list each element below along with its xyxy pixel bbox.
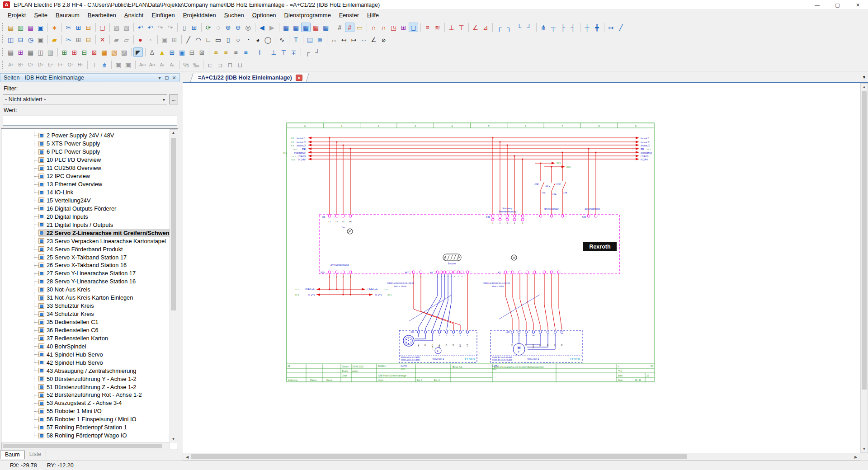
dim-angle-icon[interactable]: ∠ <box>369 35 378 44</box>
tree-item-page[interactable]: 20 Digital Inputs <box>2 212 170 221</box>
tree-item-page[interactable]: 51 Bürstenzuführung Z - Achse 1-2 <box>2 383 170 391</box>
tree-item-page[interactable]: 30 Not-Aus Kreis <box>2 286 170 294</box>
text-icon[interactable]: T <box>291 35 301 44</box>
node-full-icon[interactable]: ╋ <box>592 23 602 32</box>
structure-icon[interactable]: I <box>255 47 264 57</box>
tree-item-page[interactable]: 28 Servo Y-Linearachse Station 16 <box>2 277 170 286</box>
tree-item-page[interactable]: 34 Schutztür Kreis <box>2 310 170 318</box>
select-frame-icon[interactable]: ▢ <box>98 23 107 32</box>
tree-item-page[interactable]: 25 Servo X-Takband Station 17 <box>2 253 170 261</box>
dim-right-icon[interactable]: ↦ <box>349 35 359 44</box>
zoom-window-icon[interactable]: ◌ <box>213 23 223 32</box>
table-x-icon[interactable]: ⊠ <box>90 47 99 57</box>
draw-pen-icon[interactable]: ╱ <box>616 23 626 32</box>
eraser-2-icon[interactable]: ▱ <box>122 35 131 44</box>
tree-item-page[interactable]: 58 Rohling Fördertopf Wago IO <box>2 432 170 440</box>
menu-item-dienstprogramme[interactable]: Dienstprogramme <box>280 11 335 19</box>
spline-icon[interactable]: ∿ <box>277 35 287 44</box>
delete-icon[interactable]: ✕ <box>98 35 107 44</box>
canvas-vertical-scrollbar[interactable]: ▲ ▼ <box>860 83 868 453</box>
measure-icon[interactable]: Δ <box>147 47 157 57</box>
export-image-icon[interactable]: ▤ <box>6 47 15 57</box>
highlighter-icon[interactable]: ▰ <box>50 35 59 44</box>
tree-item-page[interactable]: 33 Schutztür Kreis <box>2 302 170 310</box>
menu-item-hilfe[interactable]: Hilfe <box>363 11 383 19</box>
tree-item-page[interactable]: 41 Spindel Hub Servo <box>2 350 170 358</box>
redo-history-icon[interactable]: ↷ <box>165 23 175 32</box>
window-time-icon[interactable]: ◷ <box>26 35 35 44</box>
tree-item-page[interactable]: 57 Rohling Fördertopf Station 1 <box>2 423 170 432</box>
arrow-insert-icon[interactable]: ↦ <box>606 23 616 32</box>
stamp-2-icon[interactable]: ▣ <box>123 60 133 70</box>
print-preview-icon[interactable]: ▣ <box>36 35 45 44</box>
tree-item-page[interactable]: 10 PLC I/O Overview <box>2 156 170 164</box>
tree-item-page[interactable]: 31 Not-Aus Kreis Karton Einlegen <box>2 294 170 302</box>
a-left-icon[interactable]: A↤ <box>137 60 147 70</box>
grid-1-icon[interactable]: ▦ <box>281 23 291 32</box>
scroll-down-icon[interactable]: ▼ <box>170 437 177 441</box>
stamp-1-icon[interactable]: ▣ <box>113 60 123 70</box>
tree-item-page[interactable]: 40 BohrSpindel <box>2 342 170 350</box>
ellipse-icon[interactable]: ◯ <box>263 35 273 44</box>
tree-item-page[interactable]: 26 Servo X-Takband Station 16 <box>2 261 170 269</box>
tree-item-page[interactable]: 5 XTS Power Supply <box>2 140 170 148</box>
filter-browse-button[interactable]: ... <box>169 94 178 104</box>
format-brush-2-icon[interactable]: ▧ <box>122 23 131 32</box>
wert-input[interactable] <box>3 116 177 126</box>
device-del-icon[interactable]: ⊠ <box>197 47 207 57</box>
tab-baum[interactable]: Baum <box>0 451 25 459</box>
tree-item-page[interactable]: 23 Servo Verpacken Linearachse Kartonsta… <box>2 237 170 245</box>
filter-dropdown[interactable]: - Nicht aktiviert - ▾ <box>3 94 167 104</box>
menu-item-optionen[interactable]: Optionen <box>248 11 280 19</box>
magnet-off-icon[interactable]: ∩ <box>379 23 388 32</box>
report-templates-icon[interactable]: ▦ <box>26 47 35 57</box>
maximize-button[interactable]: ▢ <box>827 0 848 10</box>
tab-liste[interactable]: Liste <box>25 451 46 458</box>
grid-size-icon[interactable]: # <box>335 23 344 32</box>
menu-item-seite[interactable]: Seite <box>30 11 52 19</box>
copy-pages-icon[interactable]: ⊞ <box>74 35 83 44</box>
tab-close-icon[interactable]: x <box>296 75 302 81</box>
dim-chain-icon[interactable]: ⇔ <box>359 35 368 44</box>
device-edit-icon[interactable]: ▣ <box>177 47 187 57</box>
sym-branch-icon[interactable]: ⋔ <box>99 60 109 70</box>
branch-t-icon[interactable]: ┬ <box>548 23 558 32</box>
circle-arc-2-icon[interactable]: ◕ <box>253 35 263 44</box>
canvas-horizontal-scrollbar[interactable]: ◀ ▶ <box>183 453 860 461</box>
dim-linear-icon[interactable]: ↔ <box>329 35 339 44</box>
open-page-icon[interactable]: ▥ <box>16 23 25 32</box>
tree-item-page[interactable]: 15 Verteilung24V <box>2 197 170 205</box>
tree-item-page[interactable]: 2 Power Supply 24V / 48V <box>2 132 170 140</box>
scroll-thumb[interactable] <box>171 138 176 310</box>
snap-grid-icon[interactable]: # <box>345 23 354 32</box>
close-icon[interactable]: ✕ <box>170 75 178 81</box>
tree-vertical-scrollbar[interactable]: ▲ ▼ <box>170 129 177 442</box>
menu-item-bauraum[interactable]: Bauraum <box>52 11 84 19</box>
table-green-icon[interactable]: ⊞ <box>60 47 69 57</box>
document-tab[interactable]: =A+C1/22 (IDB Holz Einleimanlage) x <box>190 73 306 83</box>
redo-icon[interactable]: ↷ <box>156 23 165 32</box>
grid-5-icon[interactable]: ▦ <box>321 23 330 32</box>
tree-item-page[interactable]: 21 Digital Inputs / Outputs <box>2 221 170 229</box>
magnet-icon[interactable]: ∩ <box>369 23 378 32</box>
scroll-thumb[interactable] <box>862 91 867 390</box>
tree-item-page[interactable]: 27 Servo Y-Linearachse Station 17 <box>2 269 170 277</box>
menu-item-ansicht[interactable]: Ansicht <box>120 11 148 19</box>
pointer-icon[interactable]: ◤ <box>133 47 143 57</box>
hyperlink-icon[interactable]: ⊚ <box>315 35 325 44</box>
node-cross-icon[interactable]: ┼ <box>582 23 592 32</box>
toolbar-grip[interactable] <box>2 61 4 69</box>
table-red-icon[interactable]: ⊞ <box>70 47 79 57</box>
tab-overflow-icon[interactable]: ▼ <box>862 75 866 80</box>
a-right-icon[interactable]: A↦ <box>147 60 157 70</box>
layers-3-icon[interactable]: ≡ <box>231 47 241 57</box>
tree-item-page[interactable]: 22 Servo Z-Linearachse mit Greifern/Schw… <box>2 229 170 237</box>
table-gray-icon[interactable]: ▨ <box>119 47 129 57</box>
tree-item-page[interactable]: 35 Bedienstellen C1 <box>2 318 170 326</box>
tree-item-page[interactable]: 52 Bürstenzuführung Rot - Achse 1-2 <box>2 391 170 399</box>
paste-icon[interactable]: ⊟ <box>84 23 93 32</box>
undo-history-icon[interactable]: ↶ <box>146 23 155 32</box>
align-bottom-icon[interactable]: ≡ <box>423 23 432 32</box>
interruption-point-icon[interactable]: ● <box>136 35 145 44</box>
back-icon[interactable]: ◀ <box>257 23 267 32</box>
